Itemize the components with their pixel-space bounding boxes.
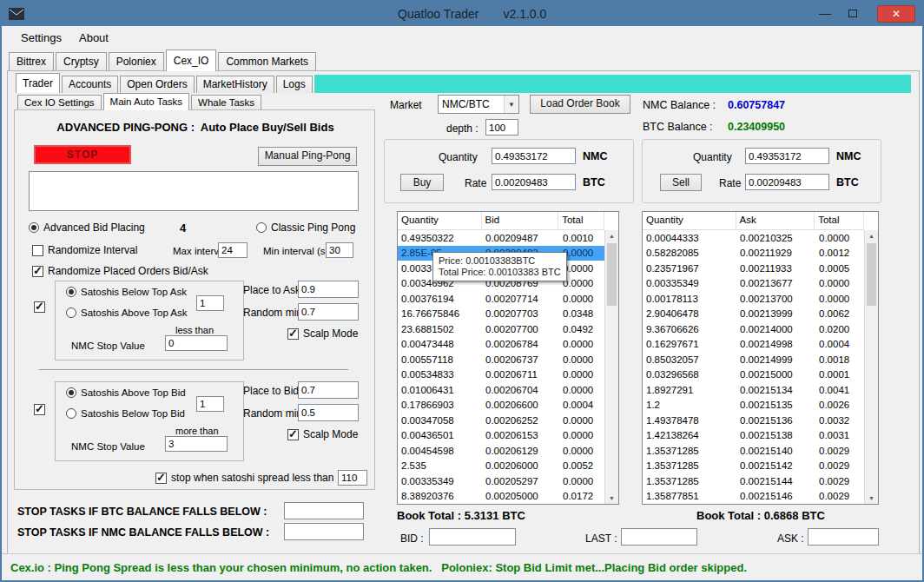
- buy-rate-input[interactable]: [492, 174, 576, 190]
- manual-pingpong-button[interactable]: Manual Ping-Pong: [258, 147, 357, 166]
- minimize-button[interactable]: —: [813, 3, 837, 23]
- order-book-row[interactable]: 0.005571180.002067370.0000: [398, 352, 604, 367]
- satoshis-above-top-bid-radio[interactable]: Satoshis Above Top Bid: [66, 387, 186, 398]
- scroll-thumb[interactable]: [867, 243, 876, 306]
- satoshis-below-top-bid-radio[interactable]: Satoshis Below Top Bid: [66, 408, 185, 419]
- satoshis-above-top-ask-radio[interactable]: Satoshis Above Top Ask: [66, 308, 188, 318]
- order-book-row[interactable]: 0.032965680.002150000.0001: [643, 367, 864, 383]
- ask-task-enable-checkbox[interactable]: [34, 301, 45, 313]
- order-book-row[interactable]: 23.68815020.002077000.0492: [398, 321, 604, 337]
- stop-button[interactable]: STOP: [34, 145, 131, 164]
- spread-stop-checkbox[interactable]: stop when satoshi spread less than: [155, 472, 333, 484]
- last-field-input[interactable]: [621, 528, 697, 546]
- sell-button[interactable]: Sell: [660, 174, 702, 191]
- order-book-row[interactable]: 0.850320570.002149990.0018: [643, 352, 864, 367]
- scroll-thumb[interactable]: [607, 243, 617, 306]
- order-book-row[interactable]: 2.904064780.002139990.0062: [643, 307, 864, 322]
- tab-market-history[interactable]: MarketHistory: [196, 76, 274, 93]
- order-book-row[interactable]: 1.20.002151350.0026: [643, 398, 864, 413]
- order-book-row[interactable]: 1.353712850.002151420.0029: [643, 459, 864, 474]
- randomize-orders-checkbox[interactable]: Randomize Placed Orders Bid/Ask: [32, 265, 208, 277]
- buy-button[interactable]: Buy: [400, 174, 444, 191]
- column-bid[interactable]: Bid: [482, 212, 559, 229]
- buy-quantity-input[interactable]: [492, 148, 576, 164]
- advanced-bid-placing-radio[interactable]: Advanced Bid Placing: [29, 222, 145, 234]
- scroll-down-icon[interactable]: ▼: [868, 493, 874, 504]
- scroll-down-icon[interactable]: ▼: [609, 493, 615, 504]
- order-book-row[interactable]: 0.003353490.002052970.0000: [398, 473, 604, 489]
- tab-trader[interactable]: Trader: [16, 73, 60, 93]
- order-book-row[interactable]: 0.004734480.002067840.0000: [398, 337, 604, 353]
- satoshis-below-top-ask-radio[interactable]: Satoshis Below Top Ask: [66, 287, 187, 297]
- order-book-row[interactable]: 1.358778510.002151460.0029: [643, 489, 864, 505]
- order-book-row[interactable]: 9.367066260.002140000.0200: [643, 321, 864, 337]
- max-interval-input[interactable]: [218, 242, 248, 258]
- place-to-ask-input[interactable]: [298, 281, 359, 298]
- bid-field-input[interactable]: [429, 528, 516, 546]
- stop-nmc-input[interactable]: [284, 523, 364, 540]
- bid-satoshi-input[interactable]: [196, 396, 224, 412]
- order-book-row[interactable]: 1.493784780.002151360.0032: [643, 413, 864, 428]
- order-book-row[interactable]: 1.353712850.002151400.0029: [643, 443, 864, 459]
- bid-task-enable-checkbox[interactable]: [34, 404, 45, 415]
- order-book-row[interactable]: 0.178669030.002066000.0004: [398, 398, 604, 413]
- ask-stop-value-input[interactable]: [165, 335, 228, 351]
- order-book-row[interactable]: 0.004545980.002061290.0000: [398, 443, 604, 459]
- ask-random-min-input[interactable]: [298, 303, 359, 321]
- column-quantity[interactable]: Quantity: [398, 212, 482, 229]
- market-pair-select[interactable]: NMC/BTC ▼: [438, 95, 519, 114]
- order-book-row[interactable]: 2.5350.002060000.0052: [398, 459, 604, 474]
- tab-cryptsy[interactable]: Cryptsy: [56, 52, 107, 71]
- bid-random-min-input[interactable]: [298, 404, 359, 421]
- tab-poloniex[interactable]: Poloniex: [109, 52, 164, 71]
- order-book-row[interactable]: 0.162976710.002149980.0004: [643, 337, 864, 353]
- classic-pingpong-radio[interactable]: Classic Ping Pong: [256, 222, 355, 234]
- place-to-bid-input[interactable]: [298, 381, 359, 399]
- tab-open-orders[interactable]: Open Orders: [120, 76, 194, 93]
- order-book-row[interactable]: 16.766758460.002077030.0348: [398, 307, 604, 322]
- menu-settings[interactable]: Settings: [12, 28, 70, 48]
- tab-main-auto-tasks[interactable]: Main Auto Tasks: [103, 93, 190, 110]
- order-book-row[interactable]: 0.010064310.002067040.0000: [398, 382, 604, 398]
- bid-stop-value-input[interactable]: [165, 436, 228, 452]
- close-button[interactable]: ✕: [877, 5, 915, 23]
- randomize-interval-checkbox[interactable]: Randomize Interval: [32, 244, 137, 256]
- sell-rate-input[interactable]: [745, 174, 829, 190]
- bid-book-scrollbar[interactable]: ▲ ▼: [604, 230, 618, 504]
- column-ask[interactable]: Ask: [736, 212, 815, 229]
- chevron-down-icon[interactable]: ▼: [504, 96, 518, 113]
- maximize-button[interactable]: [841, 3, 865, 23]
- order-book-row[interactable]: 0.001781130.002137000.0000: [643, 291, 864, 307]
- scroll-up-icon[interactable]: ▲: [868, 230, 874, 241]
- notes-textbox[interactable]: [29, 171, 359, 211]
- sell-quantity-input[interactable]: [745, 148, 829, 164]
- min-interval-input[interactable]: [326, 242, 353, 258]
- ask-field-input[interactable]: [808, 528, 879, 546]
- tab-cex-io[interactable]: Cex_IO: [166, 50, 217, 71]
- tab-cex-io-settings[interactable]: Cex IO Settings: [17, 95, 102, 110]
- order-book-row[interactable]: 0.235719670.002119330.0005: [643, 261, 864, 276]
- order-book-row[interactable]: 0.003470580.002062520.0000: [398, 413, 604, 428]
- load-order-book-button[interactable]: Load Order Book: [530, 95, 630, 114]
- tab-bittrex[interactable]: Bittrex: [9, 52, 54, 71]
- order-book-row[interactable]: 0.005348330.002067110.0000: [398, 367, 604, 383]
- tab-whale-tasks[interactable]: Whale Tasks: [191, 95, 261, 110]
- order-book-row[interactable]: 0.003353490.002136770.0000: [643, 276, 864, 292]
- order-book-row[interactable]: 0.493503220.002094870.0010: [398, 230, 604, 246]
- ask-satoshi-input[interactable]: [196, 295, 224, 311]
- column-total[interactable]: Total: [558, 212, 604, 229]
- bid-scalp-mode-checkbox[interactable]: Scalp Mode: [287, 428, 358, 440]
- ask-book-scrollbar[interactable]: ▲ ▼: [864, 230, 878, 504]
- order-book-row[interactable]: 0.003761940.002077140.0000: [398, 291, 604, 307]
- column-total[interactable]: Total: [815, 212, 864, 229]
- depth-input[interactable]: [485, 119, 518, 136]
- order-book-row[interactable]: 1.421382640.002151380.0031: [643, 428, 864, 444]
- menu-about[interactable]: About: [70, 28, 117, 48]
- tab-accounts[interactable]: Accounts: [62, 76, 118, 93]
- order-book-row[interactable]: 0.582820850.002119290.0012: [643, 246, 864, 261]
- ask-scalp-mode-checkbox[interactable]: Scalp Mode: [287, 327, 358, 340]
- tab-logs[interactable]: Logs: [276, 76, 313, 93]
- scroll-up-icon[interactable]: ▲: [609, 230, 615, 241]
- spread-stop-input[interactable]: [338, 470, 367, 486]
- order-book-row[interactable]: 1.89272910.002151340.0041: [643, 382, 864, 398]
